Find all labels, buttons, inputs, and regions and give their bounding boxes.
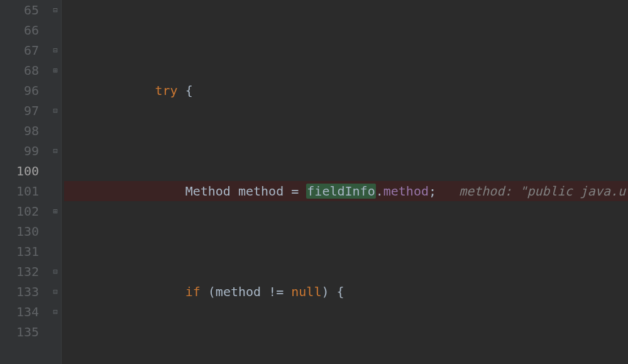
line-number[interactable]: 134 — [0, 302, 39, 322]
line-number[interactable]: 131 — [0, 241, 39, 262]
line-number[interactable]: 97 — [0, 101, 39, 121]
line-number-current[interactable]: 100 — [0, 161, 39, 181]
inline-debug-label: method: — [459, 184, 519, 199]
operator-assign: = — [284, 184, 306, 199]
code-area[interactable]: try { Method method = fieldInfo.method; … — [62, 0, 628, 364]
keyword-null: null — [291, 284, 321, 299]
brace-open: { — [185, 83, 193, 98]
fold-toggle-icon[interactable]: ⊟ — [52, 147, 59, 155]
keyword-try: try — [155, 83, 178, 98]
inline-debug-value: "public java.uti — [520, 184, 629, 199]
semicolon: ; — [429, 184, 436, 199]
code-line-breakpoint[interactable]: Method method = fieldInfo.method; method… — [64, 181, 628, 201]
line-number[interactable]: 67 — [0, 40, 39, 60]
operator-neq: != — [261, 284, 291, 299]
paren-open: ( — [208, 284, 216, 299]
fold-toggle-icon[interactable]: ⊟ — [52, 6, 59, 14]
line-number[interactable]: 130 — [0, 221, 39, 241]
line-number[interactable]: 99 — [0, 141, 39, 161]
dot: . — [376, 184, 383, 199]
fold-toggle-icon[interactable]: ⊟ — [52, 288, 59, 295]
line-number-gutter[interactable]: 65 66 67 68 96 97 98 99 100 101 102 130 … — [0, 0, 50, 364]
var-name: method — [238, 184, 284, 199]
line-number[interactable]: 96 — [0, 80, 39, 101]
line-number[interactable]: 132 — [0, 262, 39, 282]
keyword-if: if — [185, 284, 201, 299]
line-number[interactable]: 135 — [0, 322, 39, 342]
line-number[interactable]: 66 — [0, 20, 39, 40]
line-number[interactable]: 133 — [0, 282, 39, 302]
line-number[interactable]: 101 — [0, 181, 39, 201]
fold-toggle-icon[interactable]: ⊟ — [52, 308, 59, 316]
line-number[interactable]: 65 — [0, 0, 39, 20]
line-number[interactable]: 98 — [0, 121, 39, 141]
identifier: method — [216, 284, 261, 299]
fold-expand-icon[interactable]: ⊞ — [52, 207, 59, 215]
type-name: Method — [185, 184, 231, 199]
line-number[interactable]: 68 — [0, 60, 39, 80]
fold-gutter[interactable]: ⊟ ⊟ ⊞ ⊟ ⊟ ⊞ ⊟ ⊟ ⊟ — [50, 0, 62, 364]
line-number[interactable]: 102 — [0, 201, 39, 221]
code-line[interactable]: if (method != null) { — [64, 282, 628, 302]
paren-close: ) — [321, 284, 329, 299]
inline-debug-hint — [436, 184, 459, 199]
fold-toggle-icon[interactable]: ⊟ — [52, 268, 59, 275]
code-line[interactable]: try { — [64, 80, 628, 101]
fold-expand-icon[interactable]: ⊞ — [52, 67, 59, 74]
fold-toggle-icon[interactable]: ⊟ — [52, 47, 59, 54]
fold-toggle-icon[interactable]: ⊟ — [52, 107, 59, 114]
identifier-fieldinfo: fieldInfo — [306, 184, 375, 199]
brace-open: { — [337, 284, 344, 299]
brace-open — [178, 83, 185, 98]
field-method: method — [383, 184, 429, 199]
code-editor[interactable]: 65 66 67 68 96 97 98 99 100 101 102 130 … — [0, 0, 628, 364]
